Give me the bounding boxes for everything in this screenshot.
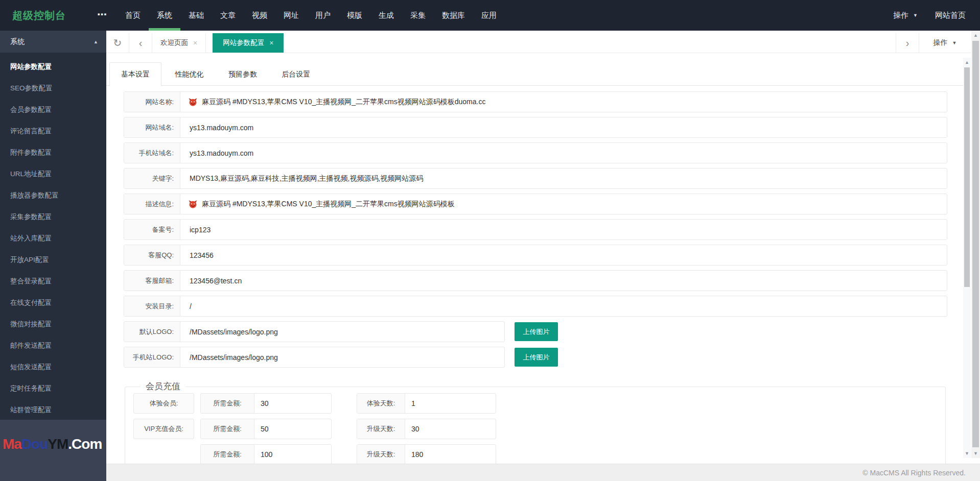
devil-emoji-icon (189, 98, 197, 106)
icp-input[interactable] (189, 225, 947, 234)
sidebar-item-seo-config[interactable]: SEO参数配置 (0, 78, 106, 99)
member-row-3: 所需金额: 升级天数: (133, 444, 945, 464)
service-qq-label: 客服QQ: (124, 245, 180, 265)
days-label: 升级天数: (357, 419, 405, 439)
vip-amount-input[interactable] (254, 419, 331, 439)
keywords-label: 关键字: (124, 169, 180, 188)
nav-item-template[interactable]: 模版 (339, 0, 370, 31)
mobile-logo-label: 手机站LOGO: (124, 347, 180, 367)
service-email-input[interactable] (189, 276, 947, 285)
description-input[interactable] (201, 200, 947, 209)
member-row-trial: 体验会员: 所需金额: 体验天数: (133, 393, 945, 414)
sidebar-item-attachment-config[interactable]: 附件参数配置 (0, 142, 106, 163)
sidebar-item-url-config[interactable]: URL地址配置 (0, 163, 106, 185)
sidebar-item-member-config[interactable]: 会员参数配置 (0, 99, 106, 121)
top-operate-label: 操作 (893, 11, 908, 20)
nav-item-article[interactable]: 文章 (212, 0, 244, 31)
site-name-label: 网站名称: (124, 92, 180, 112)
tab-basic-settings[interactable]: 基本设置 (109, 62, 161, 86)
scrollbar-thumb[interactable] (964, 67, 970, 287)
scroll-up-icon[interactable]: ▲ (971, 31, 980, 39)
sidebar-item-offsite-config[interactable]: 站外入库配置 (0, 228, 106, 249)
tab-site-params[interactable]: 网站参数配置 × (213, 33, 284, 53)
default-logo-input[interactable] (189, 327, 504, 336)
site-domain-label: 网站域名: (124, 117, 180, 137)
sidebar-item-player-config[interactable]: 播放器参数配置 (0, 185, 106, 206)
sidebar-group-header[interactable]: 系统 ▲ (0, 31, 106, 53)
close-icon[interactable]: × (193, 39, 197, 47)
content-scrollbar[interactable]: ▲ ▼ (963, 58, 971, 458)
scroll-down-icon[interactable]: ▼ (963, 449, 971, 458)
keywords-input[interactable] (189, 174, 947, 183)
scroll-down-icon[interactable]: ▼ (971, 449, 980, 458)
top-navigation: 首页 系统 基础 文章 视频 网址 用户 模版 生成 采集 数据库 应用 (117, 0, 505, 31)
sidebar-item-cron-config[interactable]: 定时任务配置 (0, 378, 106, 399)
tab-scroll-left-button[interactable]: ‹ (129, 33, 152, 53)
scroll-up-icon[interactable]: ▲ (963, 58, 971, 66)
form-row: 手机站域名: (124, 142, 963, 163)
nav-item-app[interactable]: 应用 (473, 0, 505, 31)
main-content: 基本设置 性能优化 预留参数 后台设置 网站名称: (106, 53, 963, 464)
form-row: 备案号: (124, 219, 963, 240)
nav-item-collect[interactable]: 采集 (402, 0, 434, 31)
days-label: 升级天数: (357, 445, 405, 464)
service-qq-input[interactable] (189, 251, 947, 260)
tab-backend-settings[interactable]: 后台设置 (270, 63, 321, 86)
nav-item-home[interactable]: 首页 (117, 0, 149, 31)
upload-image-button[interactable]: 上传图片 (515, 348, 558, 367)
sidebar-item-site-config[interactable]: 网站参数配置 (0, 56, 106, 78)
tab-welcome-page[interactable]: 欢迎页面 × (152, 33, 206, 53)
nav-item-database[interactable]: 数据库 (434, 0, 473, 31)
install-dir-input[interactable] (189, 302, 947, 311)
logo-part-ma: Ma (3, 436, 21, 452)
install-dir-label: 安装目录: (124, 296, 180, 316)
settings-tabs: 基本设置 性能优化 预留参数 后台设置 (106, 53, 963, 86)
sidebar-item-wechat-config[interactable]: 微信对接配置 (0, 314, 106, 335)
nav-item-website[interactable]: 网址 (275, 0, 307, 31)
form-row: 网站域名: (124, 117, 963, 138)
site-name-input[interactable] (201, 98, 947, 107)
refresh-button[interactable]: ↻ (106, 33, 129, 53)
window-scrollbar[interactable]: ▲ ▼ (971, 31, 980, 458)
tab-scroll-right-button[interactable]: › (896, 33, 919, 53)
row3-days-input[interactable] (405, 445, 496, 464)
tab-label: 网站参数配置 (223, 38, 264, 47)
sidebar-group-title: 系统 (10, 37, 25, 46)
sidebar-item-sitegroup-config[interactable]: 站群管理配置 (0, 399, 106, 421)
sidebar-item-comment-config[interactable]: 评论留言配置 (0, 121, 106, 142)
sidebar-item-login-config[interactable]: 整合登录配置 (0, 271, 106, 292)
sidebar-item-sms-config[interactable]: 短信发送配置 (0, 356, 106, 378)
top-operate-dropdown[interactable]: 操作 ▼ (893, 11, 918, 20)
site-domain-input[interactable] (189, 123, 947, 132)
nav-item-user[interactable]: 用户 (307, 0, 339, 31)
logo-part-ym: YM (48, 436, 68, 452)
row3-amount-input[interactable] (254, 445, 331, 464)
trial-days-input[interactable] (405, 394, 496, 413)
nav-item-system[interactable]: 系统 (149, 0, 180, 31)
sidebar-item-openapi-config[interactable]: 开放API配置 (0, 249, 106, 271)
tabbar-operate-dropdown[interactable]: 操作 ▼ (919, 33, 971, 53)
tab-reserved-params[interactable]: 预留参数 (217, 63, 268, 86)
mobile-domain-input[interactable] (189, 149, 947, 158)
sidebar-item-collect-config[interactable]: 采集参数配置 (0, 206, 106, 228)
nav-item-generate[interactable]: 生成 (370, 0, 402, 31)
vip-days-input[interactable] (405, 419, 496, 439)
nav-item-basic[interactable]: 基础 (180, 0, 212, 31)
sidebar-item-payment-config[interactable]: 在线支付配置 (0, 292, 106, 314)
mobile-logo-input[interactable] (189, 353, 504, 362)
upload-image-button[interactable]: 上传图片 (515, 322, 558, 341)
sidebar-item-email-config[interactable]: 邮件发送配置 (0, 335, 106, 356)
form-row: 默认LOGO: 上传图片 (124, 321, 963, 342)
more-icon[interactable]: ⋯ (97, 0, 107, 30)
nav-item-video[interactable]: 视频 (244, 0, 275, 31)
site-home-link[interactable]: 网站首页 (935, 11, 966, 20)
devil-emoji-icon (189, 200, 197, 208)
close-icon[interactable]: × (269, 39, 273, 47)
tab-performance[interactable]: 性能优化 (164, 63, 215, 86)
scrollbar-thumb[interactable] (972, 41, 979, 447)
page-tabbar: ↻ ‹ 欢迎页面 × 网站参数配置 × › 操作 ▼ (106, 31, 971, 53)
topbar: 超级控制台 ⋯ 首页 系统 基础 文章 视频 网址 用户 模版 生成 采集 数据… (0, 0, 980, 31)
form-row: 描述信息: (124, 194, 963, 214)
trial-amount-input[interactable] (254, 394, 331, 413)
member-recharge-section: 会员充值 体验会员: 所需金额: 体验天数: VIP充值会员: 所需金额: (125, 387, 946, 464)
